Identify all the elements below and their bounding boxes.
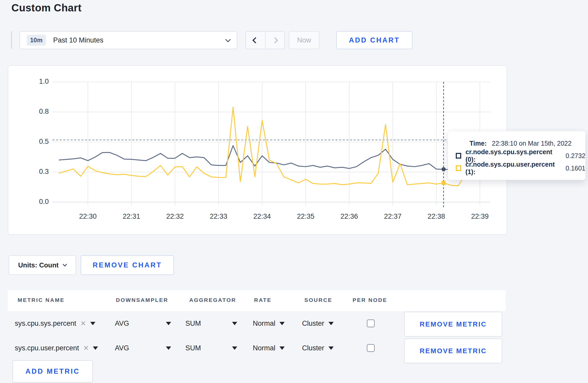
- add-metric-button[interactable]: ADD METRIC: [12, 360, 93, 382]
- x-axis-tick-label: 22:36: [331, 212, 367, 221]
- col-header-metric-name: METRIC NAME: [18, 297, 65, 303]
- x-axis-tick-label: 22:32: [157, 212, 193, 221]
- metric-name-label: sys.cpu.user.percent: [15, 344, 79, 352]
- chevron-down-icon: [62, 262, 67, 267]
- metric-name-select[interactable]: sys.cpu.user.percent ✕: [15, 336, 98, 360]
- toolbar-divider: [11, 31, 12, 49]
- x-axis-tick-label: 22:35: [288, 212, 324, 221]
- col-header-aggregator: AGGREGATOR: [189, 297, 236, 303]
- tooltip-series-label: cr.node.sys.cpu.user.percent (1):: [465, 161, 560, 176]
- x-axis-tick-label: 22:31: [113, 212, 150, 221]
- caret-down-icon: [90, 322, 95, 325]
- downsampler-value: AVG: [115, 320, 129, 328]
- remove-metric-button[interactable]: REMOVE METRIC: [404, 338, 502, 363]
- chevron-left-icon: [252, 37, 258, 43]
- source-value: Cluster: [302, 344, 324, 352]
- col-header-per-node: PER NODE: [353, 297, 387, 303]
- y-axis-tick-label: 1.0: [24, 77, 49, 86]
- x-axis-tick-label: 22:33: [200, 212, 237, 221]
- user-series-swatch-icon: [456, 165, 461, 171]
- chevron-down-icon: [225, 37, 231, 42]
- y-axis-tick-label: 0.8: [24, 108, 49, 116]
- rate-select[interactable]: Normal: [253, 311, 285, 336]
- tooltip-series-value: 0.1601: [566, 165, 585, 172]
- source-select[interactable]: Cluster: [302, 311, 334, 336]
- per-node-checkbox[interactable]: [367, 344, 375, 352]
- source-value: Cluster: [302, 320, 324, 328]
- tooltip-time-label: Time:: [470, 140, 487, 147]
- col-header-rate: RATE: [254, 297, 272, 303]
- caret-down-icon[interactable]: [232, 311, 237, 336]
- chart-tooltip: Time: 22:38:10 on Mar 15th, 2022 cr.node…: [448, 131, 586, 180]
- tooltip-time-value: 22:38:10 on Mar 15th, 2022: [492, 140, 571, 147]
- units-label: Units: Count: [18, 261, 59, 269]
- caret-down-icon[interactable]: [166, 336, 171, 360]
- col-header-downsampler: DOWNSAMPLER: [116, 297, 168, 303]
- source-select[interactable]: Cluster: [302, 336, 334, 360]
- units-select[interactable]: Units: Count: [9, 255, 76, 275]
- caret-down-icon[interactable]: [232, 336, 237, 360]
- tooltip-time-row: Time: 22:38:10 on Mar 15th, 2022: [456, 138, 585, 148]
- tooltip-series-row: cr.node.sys.cpu.sys.percent (0): 0.2732: [456, 151, 585, 161]
- tooltip-series-row: cr.node.sys.cpu.user.percent (1): 0.1601: [456, 163, 585, 173]
- time-range-badge: 10m: [27, 35, 46, 46]
- time-range-select[interactable]: 10m Past 10 Minutes: [19, 31, 237, 49]
- aggregator-value: SUM: [185, 344, 201, 352]
- aggregator-value: SUM: [185, 320, 201, 328]
- x-axis-tick-label: 22:38: [418, 212, 454, 221]
- x-axis-tick-label: 22:37: [375, 212, 411, 221]
- downsampler-select[interactable]: AVG: [115, 336, 129, 360]
- sys-series-swatch-icon: [456, 153, 461, 159]
- x-icon[interactable]: ✕: [80, 320, 86, 328]
- caret-down-icon: [93, 346, 98, 350]
- chart-svg[interactable]: [8, 66, 507, 234]
- prev-range-button[interactable]: [246, 32, 265, 49]
- x-icon[interactable]: ✕: [83, 344, 89, 352]
- x-axis-tick-label: 22:39: [462, 212, 498, 221]
- metrics-table-header: METRIC NAME DOWNSAMPLER AGGREGATOR RATE …: [8, 290, 506, 311]
- rate-value: Normal: [253, 344, 275, 352]
- aggregator-select[interactable]: SUM: [185, 336, 201, 360]
- chevron-right-icon: [272, 37, 278, 43]
- aggregator-select[interactable]: SUM: [185, 311, 201, 336]
- y-axis-tick-label: 0.3: [24, 168, 49, 176]
- time-range-label: Past 10 Minutes: [53, 36, 103, 44]
- remove-chart-button[interactable]: REMOVE CHART: [81, 255, 174, 275]
- remove-metric-button[interactable]: REMOVE METRIC: [404, 312, 502, 337]
- page-title: Custom Chart: [11, 2, 81, 14]
- metric-name-select[interactable]: sys.cpu.sys.percent ✕: [15, 311, 95, 336]
- col-header-source: SOURCE: [304, 297, 332, 303]
- tooltip-series-value: 0.2732: [566, 152, 585, 160]
- y-axis-tick-label: 0.0: [24, 198, 49, 206]
- y-axis-tick-label: 0.5: [24, 138, 49, 146]
- caret-down-icon[interactable]: [166, 311, 171, 336]
- downsampler-select[interactable]: AVG: [115, 311, 129, 336]
- rate-select[interactable]: Normal: [253, 336, 285, 360]
- now-button[interactable]: Now: [289, 31, 319, 49]
- next-range-button[interactable]: [265, 32, 284, 49]
- per-node-checkbox[interactable]: [367, 320, 375, 327]
- x-axis-tick-label: 22:34: [244, 212, 280, 221]
- x-axis-tick-label: 22:30: [70, 212, 106, 221]
- rate-value: Normal: [253, 320, 275, 328]
- metric-name-label: sys.cpu.sys.percent: [15, 320, 76, 328]
- chart-card: 0.00.30.50.81.022:3022:3122:3222:3322:34…: [8, 65, 507, 235]
- time-pager: [246, 31, 285, 49]
- add-chart-button[interactable]: ADD CHART: [336, 31, 412, 49]
- downsampler-value: AVG: [115, 344, 129, 352]
